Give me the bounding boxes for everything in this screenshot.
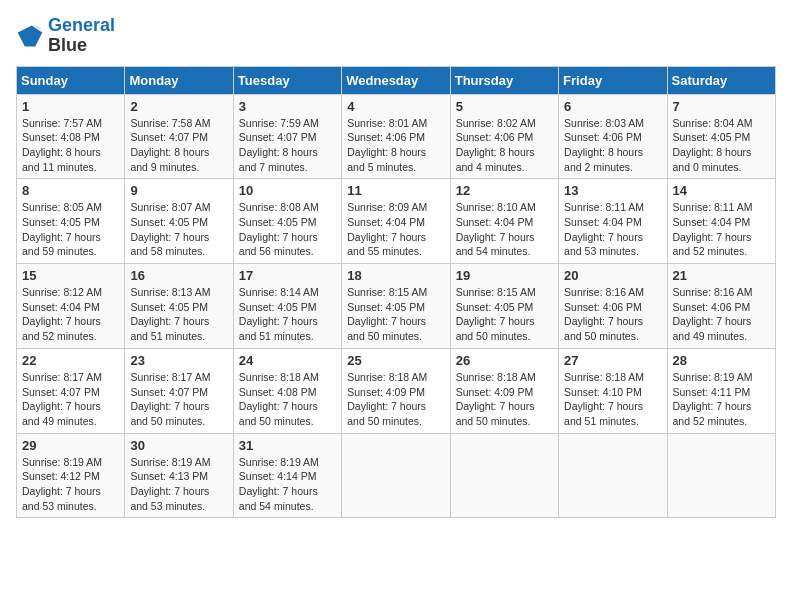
week-row-1: 1 Sunrise: 7:57 AMSunset: 4:08 PMDayligh… bbox=[17, 94, 776, 179]
day-info: Sunrise: 8:01 AMSunset: 4:06 PMDaylight:… bbox=[347, 116, 444, 175]
day-info: Sunrise: 7:58 AMSunset: 4:07 PMDaylight:… bbox=[130, 116, 227, 175]
day-number: 10 bbox=[239, 183, 336, 198]
day-number: 6 bbox=[564, 99, 661, 114]
day-number: 14 bbox=[673, 183, 770, 198]
day-number: 7 bbox=[673, 99, 770, 114]
calendar-cell: 4 Sunrise: 8:01 AMSunset: 4:06 PMDayligh… bbox=[342, 94, 450, 179]
day-number: 19 bbox=[456, 268, 553, 283]
calendar-cell: 17 Sunrise: 8:14 AMSunset: 4:05 PMDaylig… bbox=[233, 264, 341, 349]
logo-text: General Blue bbox=[48, 16, 115, 56]
day-number: 31 bbox=[239, 438, 336, 453]
day-info: Sunrise: 8:04 AMSunset: 4:05 PMDaylight:… bbox=[673, 116, 770, 175]
day-info: Sunrise: 8:11 AMSunset: 4:04 PMDaylight:… bbox=[564, 200, 661, 259]
day-info: Sunrise: 8:18 AMSunset: 4:10 PMDaylight:… bbox=[564, 370, 661, 429]
calendar-cell: 29 Sunrise: 8:19 AMSunset: 4:12 PMDaylig… bbox=[17, 433, 125, 518]
calendar-cell bbox=[559, 433, 667, 518]
day-info: Sunrise: 8:19 AMSunset: 4:14 PMDaylight:… bbox=[239, 455, 336, 514]
day-number: 26 bbox=[456, 353, 553, 368]
day-number: 20 bbox=[564, 268, 661, 283]
day-number: 23 bbox=[130, 353, 227, 368]
calendar-table: SundayMondayTuesdayWednesdayThursdayFrid… bbox=[16, 66, 776, 519]
day-info: Sunrise: 8:02 AMSunset: 4:06 PMDaylight:… bbox=[456, 116, 553, 175]
week-row-4: 22 Sunrise: 8:17 AMSunset: 4:07 PMDaylig… bbox=[17, 348, 776, 433]
day-info: Sunrise: 8:15 AMSunset: 4:05 PMDaylight:… bbox=[456, 285, 553, 344]
calendar-cell: 7 Sunrise: 8:04 AMSunset: 4:05 PMDayligh… bbox=[667, 94, 775, 179]
calendar-cell: 6 Sunrise: 8:03 AMSunset: 4:06 PMDayligh… bbox=[559, 94, 667, 179]
day-number: 2 bbox=[130, 99, 227, 114]
calendar-cell: 23 Sunrise: 8:17 AMSunset: 4:07 PMDaylig… bbox=[125, 348, 233, 433]
header-saturday: Saturday bbox=[667, 66, 775, 94]
day-info: Sunrise: 8:07 AMSunset: 4:05 PMDaylight:… bbox=[130, 200, 227, 259]
calendar-cell: 3 Sunrise: 7:59 AMSunset: 4:07 PMDayligh… bbox=[233, 94, 341, 179]
logo: General Blue bbox=[16, 16, 115, 56]
calendar-cell: 2 Sunrise: 7:58 AMSunset: 4:07 PMDayligh… bbox=[125, 94, 233, 179]
day-number: 17 bbox=[239, 268, 336, 283]
day-info: Sunrise: 8:16 AMSunset: 4:06 PMDaylight:… bbox=[673, 285, 770, 344]
days-header-row: SundayMondayTuesdayWednesdayThursdayFrid… bbox=[17, 66, 776, 94]
day-number: 29 bbox=[22, 438, 119, 453]
header-wednesday: Wednesday bbox=[342, 66, 450, 94]
day-number: 1 bbox=[22, 99, 119, 114]
day-info: Sunrise: 8:14 AMSunset: 4:05 PMDaylight:… bbox=[239, 285, 336, 344]
calendar-cell: 22 Sunrise: 8:17 AMSunset: 4:07 PMDaylig… bbox=[17, 348, 125, 433]
calendar-cell: 25 Sunrise: 8:18 AMSunset: 4:09 PMDaylig… bbox=[342, 348, 450, 433]
day-info: Sunrise: 8:03 AMSunset: 4:06 PMDaylight:… bbox=[564, 116, 661, 175]
day-number: 18 bbox=[347, 268, 444, 283]
day-info: Sunrise: 8:15 AMSunset: 4:05 PMDaylight:… bbox=[347, 285, 444, 344]
day-info: Sunrise: 8:11 AMSunset: 4:04 PMDaylight:… bbox=[673, 200, 770, 259]
day-info: Sunrise: 8:18 AMSunset: 4:08 PMDaylight:… bbox=[239, 370, 336, 429]
week-row-3: 15 Sunrise: 8:12 AMSunset: 4:04 PMDaylig… bbox=[17, 264, 776, 349]
calendar-cell: 19 Sunrise: 8:15 AMSunset: 4:05 PMDaylig… bbox=[450, 264, 558, 349]
day-number: 15 bbox=[22, 268, 119, 283]
header-monday: Monday bbox=[125, 66, 233, 94]
day-info: Sunrise: 8:17 AMSunset: 4:07 PMDaylight:… bbox=[130, 370, 227, 429]
header-tuesday: Tuesday bbox=[233, 66, 341, 94]
calendar-cell: 30 Sunrise: 8:19 AMSunset: 4:13 PMDaylig… bbox=[125, 433, 233, 518]
day-number: 13 bbox=[564, 183, 661, 198]
header-thursday: Thursday bbox=[450, 66, 558, 94]
day-info: Sunrise: 8:13 AMSunset: 4:05 PMDaylight:… bbox=[130, 285, 227, 344]
calendar-cell: 14 Sunrise: 8:11 AMSunset: 4:04 PMDaylig… bbox=[667, 179, 775, 264]
calendar-cell bbox=[342, 433, 450, 518]
day-info: Sunrise: 8:16 AMSunset: 4:06 PMDaylight:… bbox=[564, 285, 661, 344]
day-info: Sunrise: 8:18 AMSunset: 4:09 PMDaylight:… bbox=[456, 370, 553, 429]
calendar-cell bbox=[450, 433, 558, 518]
day-number: 24 bbox=[239, 353, 336, 368]
calendar-cell: 31 Sunrise: 8:19 AMSunset: 4:14 PMDaylig… bbox=[233, 433, 341, 518]
day-number: 30 bbox=[130, 438, 227, 453]
header-sunday: Sunday bbox=[17, 66, 125, 94]
logo-icon bbox=[16, 22, 44, 50]
calendar-cell: 10 Sunrise: 8:08 AMSunset: 4:05 PMDaylig… bbox=[233, 179, 341, 264]
calendar-cell: 11 Sunrise: 8:09 AMSunset: 4:04 PMDaylig… bbox=[342, 179, 450, 264]
day-number: 27 bbox=[564, 353, 661, 368]
calendar-cell: 8 Sunrise: 8:05 AMSunset: 4:05 PMDayligh… bbox=[17, 179, 125, 264]
day-info: Sunrise: 8:17 AMSunset: 4:07 PMDaylight:… bbox=[22, 370, 119, 429]
calendar-cell: 1 Sunrise: 7:57 AMSunset: 4:08 PMDayligh… bbox=[17, 94, 125, 179]
day-info: Sunrise: 8:18 AMSunset: 4:09 PMDaylight:… bbox=[347, 370, 444, 429]
day-number: 25 bbox=[347, 353, 444, 368]
day-number: 9 bbox=[130, 183, 227, 198]
page-header: General Blue bbox=[16, 16, 776, 56]
calendar-cell: 27 Sunrise: 8:18 AMSunset: 4:10 PMDaylig… bbox=[559, 348, 667, 433]
calendar-cell: 24 Sunrise: 8:18 AMSunset: 4:08 PMDaylig… bbox=[233, 348, 341, 433]
day-number: 4 bbox=[347, 99, 444, 114]
day-number: 8 bbox=[22, 183, 119, 198]
calendar-cell: 12 Sunrise: 8:10 AMSunset: 4:04 PMDaylig… bbox=[450, 179, 558, 264]
calendar-cell: 16 Sunrise: 8:13 AMSunset: 4:05 PMDaylig… bbox=[125, 264, 233, 349]
day-info: Sunrise: 7:59 AMSunset: 4:07 PMDaylight:… bbox=[239, 116, 336, 175]
day-number: 28 bbox=[673, 353, 770, 368]
day-info: Sunrise: 8:09 AMSunset: 4:04 PMDaylight:… bbox=[347, 200, 444, 259]
day-number: 5 bbox=[456, 99, 553, 114]
calendar-cell: 21 Sunrise: 8:16 AMSunset: 4:06 PMDaylig… bbox=[667, 264, 775, 349]
calendar-cell: 15 Sunrise: 8:12 AMSunset: 4:04 PMDaylig… bbox=[17, 264, 125, 349]
day-info: Sunrise: 8:08 AMSunset: 4:05 PMDaylight:… bbox=[239, 200, 336, 259]
day-info: Sunrise: 8:12 AMSunset: 4:04 PMDaylight:… bbox=[22, 285, 119, 344]
day-info: Sunrise: 7:57 AMSunset: 4:08 PMDaylight:… bbox=[22, 116, 119, 175]
day-number: 16 bbox=[130, 268, 227, 283]
calendar-cell: 5 Sunrise: 8:02 AMSunset: 4:06 PMDayligh… bbox=[450, 94, 558, 179]
day-number: 22 bbox=[22, 353, 119, 368]
day-info: Sunrise: 8:10 AMSunset: 4:04 PMDaylight:… bbox=[456, 200, 553, 259]
calendar-cell: 28 Sunrise: 8:19 AMSunset: 4:11 PMDaylig… bbox=[667, 348, 775, 433]
day-number: 21 bbox=[673, 268, 770, 283]
day-number: 12 bbox=[456, 183, 553, 198]
